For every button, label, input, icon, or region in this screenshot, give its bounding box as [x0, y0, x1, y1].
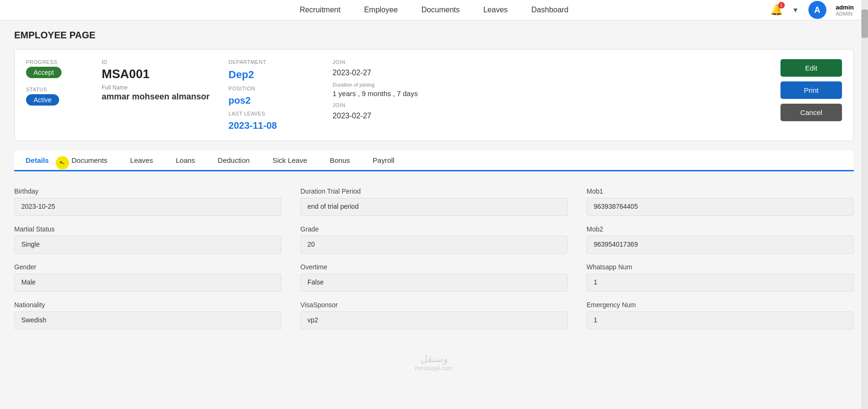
duration-label: Duration of joining [333, 82, 437, 88]
emergency-field: Emergency Num 1 [587, 301, 854, 329]
mob1-label: Mob1 [587, 187, 854, 195]
fullname-label: Full Name [102, 84, 210, 91]
last-leaves-label: LAST LEAVES [228, 111, 314, 116]
whatsapp-field: Whatsapp Num 1 [587, 263, 854, 292]
join-section: JOIN 2023-02-27 Duration of joining 1 ye… [333, 59, 437, 120]
id-label: ID [102, 59, 210, 65]
whatsapp-value: 1 [587, 274, 854, 292]
overtime-field: Overtime False [300, 263, 568, 292]
active-status-section: STATUS Active [26, 87, 83, 106]
watermark-subtext: mostaqel.com [14, 365, 854, 372]
tab-documents[interactable]: Documents [60, 151, 119, 171]
martial-status-field: Martial Status Single [14, 225, 281, 254]
join2-date: 2023-02-27 [333, 112, 437, 120]
nationality-label: Nationality [14, 301, 281, 309]
martial-status-label: Martial Status [14, 225, 281, 233]
nav-leaves[interactable]: Leaves [483, 6, 508, 14]
department-value: Dep2 [228, 69, 314, 81]
department-label: DEPARTMENT [228, 59, 314, 65]
employee-id: MSA001 [102, 67, 210, 81]
employee-fullname: ammar mohseen almansor [102, 92, 210, 102]
join-label: JOIN [333, 59, 437, 65]
mob2-value: 963954017369 [587, 236, 854, 254]
nav-links: Recruitment Employee Documents Leaves Da… [14, 6, 854, 14]
id-section: ID MSA001 Full Name ammar mohseen almans… [102, 59, 210, 102]
user-role: ADMIN [836, 11, 854, 17]
mob1-value: 963938764405 [587, 198, 854, 216]
action-buttons: Edit Print Cancel [780, 59, 842, 121]
nav-dropdown-arrow[interactable]: ▼ [792, 6, 799, 14]
watermark-area: وستقل mostaqel.com [14, 353, 854, 372]
grade-label: Grade [300, 225, 568, 233]
dept-section: DEPARTMENT Dep2 POSITION pos2 LAST LEAVE… [228, 59, 314, 131]
trial-period-field: Duration Trial Period end of trial perio… [300, 187, 568, 216]
position-label: POSITION [228, 86, 314, 91]
notification-badge: 1 [778, 2, 785, 9]
progress-badge: Accept [26, 67, 61, 78]
birthday-field: Birthday 2023-10-25 [14, 187, 281, 216]
status-badge: Active [26, 94, 59, 106]
status-label: STATUS [26, 87, 83, 92]
grade-field: Grade 20 [300, 225, 568, 254]
tabs-container: ↖ Details Documents Leaves Loans Deducti… [14, 151, 854, 171]
tabs-bar: Details Documents Leaves Loans Deduction… [14, 151, 854, 171]
progress-section: PROGRESS Accept [26, 59, 83, 78]
details-section: Birthday 2023-10-25 Duration Trial Perio… [14, 183, 854, 334]
tab-details[interactable]: Details [14, 151, 60, 171]
visa-sponsor-field: VisaSponsor vp2 [300, 301, 568, 329]
trial-period-value: end of trial period [300, 198, 568, 216]
tab-loans[interactable]: Loans [164, 151, 206, 171]
fields-grid: Birthday 2023-10-25 Duration Trial Perio… [14, 183, 854, 334]
cancel-button[interactable]: Cancel [780, 104, 842, 121]
nav-dashboard[interactable]: Dashboard [531, 6, 568, 14]
print-button[interactable]: Print [780, 81, 842, 99]
employee-card: PROGRESS Accept STATUS Active ID MSA001 … [14, 49, 854, 141]
birthday-value: 2023-10-25 [14, 198, 281, 216]
scrollbar[interactable] [861, 0, 868, 409]
tab-payroll[interactable]: Payroll [361, 151, 406, 171]
overtime-value: False [300, 274, 568, 292]
tab-bonus[interactable]: Bonus [318, 151, 361, 171]
gender-field: Gender Male [14, 263, 281, 292]
mob1-field: Mob1 963938764405 [587, 187, 854, 216]
join2-label: JOIN [333, 102, 437, 108]
page-content: EMPLOYEE PAGE PROGRESS Accept STATUS Act… [0, 20, 868, 381]
progress-label: PROGRESS [26, 59, 83, 65]
position-value: pos2 [228, 95, 314, 106]
edit-button[interactable]: Edit [780, 59, 842, 77]
last-leaves-value: 2023-11-08 [228, 120, 314, 131]
notification-bell[interactable]: 🔔 1 [770, 4, 783, 16]
duration-value: 1 years , 9 months , 7 days [333, 89, 437, 98]
birthday-label: Birthday [14, 187, 281, 195]
watermark-text: وستقل [14, 353, 854, 365]
nationality-value: Swedish [14, 311, 281, 329]
username: admin [836, 4, 854, 11]
nav-documents[interactable]: Documents [421, 6, 460, 14]
gender-label: Gender [14, 263, 281, 271]
nav-recruitment[interactable]: Recruitment [299, 6, 340, 14]
trial-period-label: Duration Trial Period [300, 187, 568, 195]
nav-employee[interactable]: Employee [364, 6, 398, 14]
scrollbar-thumb[interactable] [861, 9, 868, 38]
page-title: EMPLOYEE PAGE [14, 30, 854, 41]
visa-sponsor-value: vp2 [300, 311, 568, 329]
grade-value: 20 [300, 236, 568, 254]
overtime-label: Overtime [300, 263, 568, 271]
emergency-value: 1 [587, 311, 854, 329]
whatsapp-label: Whatsapp Num [587, 263, 854, 271]
user-avatar: A [808, 1, 826, 19]
tab-sick-leave[interactable]: Sick Leave [261, 151, 318, 171]
emergency-label: Emergency Num [587, 301, 854, 309]
tab-leaves[interactable]: Leaves [119, 151, 164, 171]
join-date: 2023-02-27 [333, 69, 437, 77]
nav-right: 🔔 1 ▼ A admin ADMIN [770, 1, 854, 19]
status-section: PROGRESS Accept STATUS Active [26, 59, 83, 106]
visa-sponsor-label: VisaSponsor [300, 301, 568, 309]
mob2-label: Mob2 [587, 225, 854, 233]
mob2-field: Mob2 963954017369 [587, 225, 854, 254]
martial-status-value: Single [14, 236, 281, 254]
tab-deduction[interactable]: Deduction [206, 151, 261, 171]
top-nav: Recruitment Employee Documents Leaves Da… [0, 0, 868, 20]
nationality-field: Nationality Swedish [14, 301, 281, 329]
user-info: admin ADMIN [836, 4, 854, 17]
